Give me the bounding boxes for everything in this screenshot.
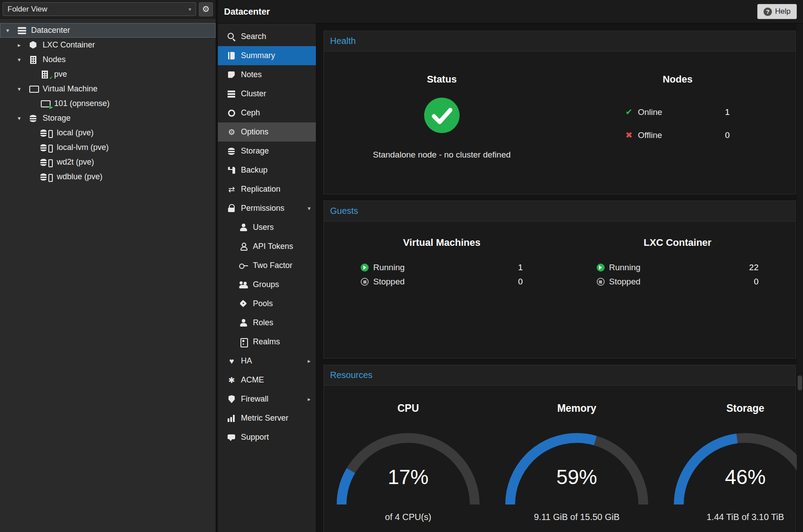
menu-item-label: Roles xyxy=(253,318,273,327)
menu-item-summary[interactable]: Summary xyxy=(218,46,316,65)
scrollbar-track[interactable] xyxy=(797,24,803,532)
check-icon: ✔ xyxy=(626,107,638,117)
panel-title: Resources xyxy=(330,370,373,380)
tree-item-virtual-machine[interactable]: ▾ Virtual Machine xyxy=(0,82,216,96)
gauge-percent: 17% xyxy=(324,465,492,489)
menu-item-replication[interactable]: ⇄ Replication xyxy=(218,180,316,199)
running-play-badge-icon: ▶ xyxy=(50,105,53,110)
storage-gauge: Storage 46% 1.44 TiB of 3.10 TiB xyxy=(661,386,803,522)
nodes-offline-row: ✖ Offline 0 xyxy=(626,128,730,142)
scrollbar-thumb[interactable] xyxy=(798,375,802,390)
guests-panel: Guests Virtual Machines Running 1 xyxy=(323,201,796,359)
help-icon: ? xyxy=(764,8,772,16)
menu-item-label: Replication xyxy=(241,185,280,194)
menu-item-label: Cluster xyxy=(241,89,266,99)
chevron-down-icon[interactable]: ▾ xyxy=(18,115,28,122)
menu-item-label: Realms xyxy=(253,337,280,347)
chat-bubble-icon xyxy=(227,433,236,442)
menu-item-label: Notes xyxy=(241,70,262,79)
running-icon xyxy=(361,264,369,272)
unlock-icon xyxy=(227,204,236,213)
menu-item-label: Users xyxy=(253,223,274,232)
health-nodes-column: Nodes ✔ Online 1 ✖ Offline xyxy=(560,51,796,160)
cross-icon: ✖ xyxy=(626,130,638,140)
panel-title: Health xyxy=(330,36,356,46)
server-stack-icon xyxy=(227,90,236,99)
health-panel-header: Health xyxy=(324,31,795,51)
menu-item-users[interactable]: Users xyxy=(218,218,316,237)
chevron-down-icon[interactable]: ▾ xyxy=(18,56,28,63)
menu-item-label: Metric Server xyxy=(241,414,288,423)
tree-item-storage-wdblue[interactable]: wdblue (pve) xyxy=(0,169,216,184)
column-title: LXC Container xyxy=(644,237,712,248)
gauge-title: CPU xyxy=(398,402,419,414)
column-title: Status xyxy=(427,74,457,85)
user-icon xyxy=(239,223,248,232)
menu-item-storage[interactable]: Storage xyxy=(218,142,316,161)
menu-item-notes[interactable]: Notes xyxy=(218,65,316,84)
menu-item-firewall[interactable]: Firewall ▸ xyxy=(218,390,316,409)
running-icon xyxy=(597,264,605,272)
key-icon xyxy=(239,261,248,270)
tree-item-storage[interactable]: ▾ Storage xyxy=(0,111,216,126)
tree-settings-button[interactable]: ⚙ xyxy=(199,2,213,16)
health-status-column: Status Standalone node - no cluster defi… xyxy=(324,51,560,160)
database-icon xyxy=(227,147,236,156)
building-icon: ✔ xyxy=(40,70,51,79)
tree-item-storage-wd2t[interactable]: wd2t (pve) xyxy=(0,155,216,169)
search-icon xyxy=(227,32,236,41)
tree-item-nodes[interactable]: ▾ Nodes xyxy=(0,52,216,67)
lxc-stopped-row: Stopped 0 xyxy=(597,276,759,288)
menu-item-acme[interactable]: ✱ ACME xyxy=(218,370,316,390)
menu-item-metric-server[interactable]: Metric Server xyxy=(218,409,316,428)
resource-tree: ▾ Datacenter ▸ LXC Container ▾ Nodes ✔ p… xyxy=(0,19,216,184)
online-check-badge-icon: ✔ xyxy=(49,75,53,80)
menu-item-support[interactable]: Support xyxy=(218,428,316,447)
stopped-count: 0 xyxy=(741,277,759,287)
menu-item-label: Two Factor xyxy=(253,261,292,270)
tree-item-label: Datacenter xyxy=(31,26,70,35)
guests-panel-header: Guests xyxy=(324,201,795,221)
menu-item-ceph[interactable]: Ceph xyxy=(218,103,316,122)
chevron-down-icon[interactable]: ▾ xyxy=(6,27,17,34)
menu-item-cluster[interactable]: Cluster xyxy=(218,84,316,103)
menu-item-two-factor[interactable]: Two Factor xyxy=(218,256,316,275)
tree-item-label: pve xyxy=(54,70,67,79)
tree-item-vm-101[interactable]: ▶ 101 (opnsense) xyxy=(0,96,216,111)
help-button[interactable]: ? Help xyxy=(757,4,797,19)
stopped-label: Stopped xyxy=(373,277,505,287)
menu-item-api-tokens[interactable]: API Tokens xyxy=(218,237,316,256)
vm-running-row: Running 1 xyxy=(361,261,523,274)
menu-item-search[interactable]: Search xyxy=(218,27,316,46)
chevron-right-icon: ▸ xyxy=(307,396,311,402)
tree-item-pve[interactable]: ✔ pve xyxy=(0,67,216,82)
gauge-arc: 46% xyxy=(661,427,803,510)
gear-icon: ⚙ xyxy=(202,4,209,14)
menu-item-ha[interactable]: ♥ HA ▸ xyxy=(218,351,316,370)
menu-item-permissions[interactable]: Permissions ▾ xyxy=(218,199,316,218)
menu-item-label: API Tokens xyxy=(253,242,293,251)
menu-item-pools[interactable]: Pools xyxy=(218,294,316,313)
tree-item-datacenter[interactable]: ▾ Datacenter xyxy=(0,23,216,38)
chevron-right-icon[interactable]: ▸ xyxy=(18,42,28,48)
tree-item-label: Nodes xyxy=(43,55,66,64)
running-label: Running xyxy=(373,263,505,272)
view-mode-select[interactable]: Folder View ▾ xyxy=(3,2,196,16)
chevron-down-icon[interactable]: ▾ xyxy=(18,86,28,92)
tree-item-storage-local-lvm[interactable]: local-lvm (pve) xyxy=(0,140,216,155)
menu-item-backup[interactable]: Backup xyxy=(218,161,316,180)
menu-item-realms[interactable]: Realms xyxy=(218,332,316,351)
datacenter-menu: Search Summary Notes Cluster Ceph xyxy=(218,24,316,532)
tree-item-lxc-container[interactable]: ▸ LXC Container xyxy=(0,38,216,52)
menu-item-groups[interactable]: Groups xyxy=(218,275,316,294)
tree-item-storage-local[interactable]: local (pve) xyxy=(0,126,216,140)
stopped-count: 0 xyxy=(505,277,523,287)
menu-item-options[interactable]: ⚙ Options xyxy=(218,122,316,142)
menu-item-label: Pools xyxy=(253,299,273,308)
tree-item-label: local-lvm (pve) xyxy=(57,143,109,152)
menu-item-label: Support xyxy=(241,433,269,442)
status-ok-icon xyxy=(423,97,461,134)
page-title: Datacenter xyxy=(224,7,270,17)
menu-item-label: Summary xyxy=(241,51,275,60)
menu-item-roles[interactable]: Roles xyxy=(218,313,316,332)
